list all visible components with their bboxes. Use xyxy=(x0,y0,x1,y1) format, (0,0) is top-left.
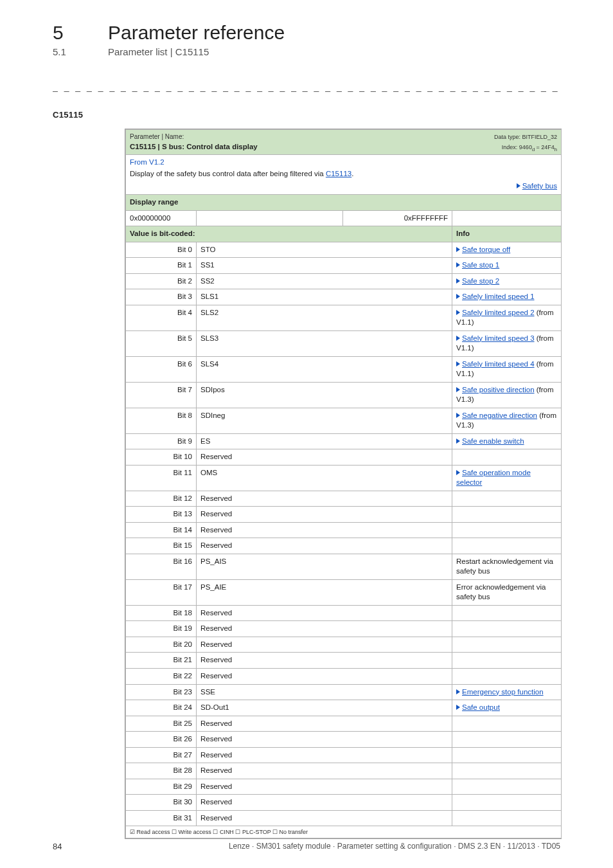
bit-number: Bit 19 xyxy=(126,621,197,637)
bit-info-link[interactable]: Safely limited speed 2 xyxy=(462,309,535,316)
bit-info-link[interactable]: Safe output xyxy=(462,703,500,711)
bit-code: ES xyxy=(197,433,452,449)
bit-code: SS1 xyxy=(197,258,452,274)
bit-code: STO xyxy=(197,242,452,258)
safety-bus-link[interactable]: Safety bus xyxy=(522,182,557,190)
bit-code: Reserved xyxy=(197,522,452,538)
bit-number: Bit 24 xyxy=(126,700,197,716)
bit-code: SS2 xyxy=(197,273,452,289)
bit-code: Reserved xyxy=(197,507,452,523)
bit-info xyxy=(452,621,562,637)
bit-info-link[interactable]: Safely limited speed 4 xyxy=(462,360,535,368)
display-range-min: 0x00000000 xyxy=(126,210,197,226)
triangle-icon xyxy=(456,262,460,267)
bit-info-link[interactable]: Emergency stop function xyxy=(462,688,544,696)
bit-number: Bit 15 xyxy=(126,538,197,554)
bit-info-link[interactable]: Safe operation mode selector xyxy=(456,469,531,487)
bit-info-link[interactable]: Safe stop 2 xyxy=(462,277,499,285)
access-line: ☑ Read access ☐ Write access ☐ CINH ☐ PL… xyxy=(126,826,562,838)
bit-info xyxy=(452,795,562,811)
bit-number: Bit 0 xyxy=(126,242,197,258)
bit-number: Bit 23 xyxy=(126,684,197,700)
bit-info: Safely limited speed 1 xyxy=(452,289,562,305)
bit-number: Bit 29 xyxy=(126,779,197,795)
bit-code: SDIneg xyxy=(197,408,452,433)
bit-info-link[interactable]: Safe stop 1 xyxy=(462,261,499,269)
bit-code: SD-Out1 xyxy=(197,700,452,716)
parameter-id-heading: C15115 xyxy=(53,110,560,120)
bit-number: Bit 28 xyxy=(126,763,197,779)
bit-info xyxy=(452,716,562,732)
bit-info: Safe output xyxy=(452,700,562,716)
bit-code: OMS xyxy=(197,465,452,491)
bit-info: Safely limited speed 4 (from V1.1) xyxy=(452,356,562,382)
description-text: Display of the safety bus control data a… xyxy=(130,169,557,179)
page-number: 84 xyxy=(53,842,62,851)
bit-info xyxy=(452,732,562,748)
bit-number: Bit 30 xyxy=(126,795,197,811)
bit-info: Error acknowledgement via safety bus xyxy=(452,579,562,605)
bit-info-link[interactable]: Safely limited speed 3 xyxy=(462,334,535,342)
bit-coded-label: Value is bit-coded: xyxy=(126,226,452,242)
bit-code: Reserved xyxy=(197,716,452,732)
bit-code: Reserved xyxy=(197,449,452,466)
triangle-icon xyxy=(456,705,460,710)
bit-code: Reserved xyxy=(197,605,452,621)
bit-code: Reserved xyxy=(197,795,452,811)
param-label: Parameter | Name: xyxy=(130,133,184,140)
subsection-number: 5.1 xyxy=(53,46,108,57)
bit-code: Reserved xyxy=(197,732,452,748)
footer-text: Lenze · SM301 safety module · Parameter … xyxy=(229,842,560,851)
bit-info-link[interactable]: Safe negative direction xyxy=(462,411,537,419)
bit-code: Reserved xyxy=(197,653,452,669)
bit-info-link[interactable]: Safely limited speed 1 xyxy=(462,293,535,300)
separator-line: _ _ _ _ _ _ _ _ _ _ _ _ _ _ _ _ _ _ _ _ … xyxy=(53,82,560,92)
bit-info: Safe stop 1 xyxy=(452,258,562,274)
bit-code: Reserved xyxy=(197,637,452,653)
bit-info-link[interactable]: Safe positive direction xyxy=(462,386,535,393)
triangle-icon xyxy=(456,689,460,694)
bit-info: Safe operation mode selector xyxy=(452,465,562,491)
triangle-icon xyxy=(456,387,460,392)
bit-number: Bit 6 xyxy=(126,356,197,382)
bit-number: Bit 26 xyxy=(126,732,197,748)
bit-info: Safe enable switch xyxy=(452,433,562,449)
bit-code: SDIpos xyxy=(197,382,452,408)
section-number: 5 xyxy=(53,23,108,42)
bit-number: Bit 12 xyxy=(126,491,197,507)
bit-info: Safely limited speed 2 (from V1.1) xyxy=(452,305,562,330)
bit-code: Reserved xyxy=(197,779,452,795)
bit-info xyxy=(452,538,562,554)
bit-info-link[interactable]: Safe torque off xyxy=(462,246,510,253)
bit-info xyxy=(452,522,562,538)
bit-info xyxy=(452,507,562,523)
data-type-line2: Index: 9460d = 24F4h xyxy=(502,144,557,150)
bit-info xyxy=(452,779,562,795)
bit-code: Reserved xyxy=(197,669,452,685)
bit-number: Bit 14 xyxy=(126,522,197,538)
triangle-icon xyxy=(456,310,460,315)
bit-number: Bit 2 xyxy=(126,273,197,289)
data-type-line1: Data type: BITFIELD_32 xyxy=(494,134,557,140)
bit-number: Bit 7 xyxy=(126,382,197,408)
bit-code: SLS3 xyxy=(197,330,452,356)
bit-number: Bit 16 xyxy=(126,554,197,579)
bit-number: Bit 22 xyxy=(126,669,197,685)
bit-number: Bit 10 xyxy=(126,449,197,466)
bit-info: Safe positive direction (from V1.3) xyxy=(452,382,562,408)
desc-link[interactable]: C15113 xyxy=(326,170,351,177)
triangle-icon xyxy=(456,336,460,341)
display-range-label: Display range xyxy=(126,194,452,210)
bit-info-link[interactable]: Safe enable switch xyxy=(462,437,524,445)
bit-code: Reserved xyxy=(197,621,452,637)
bit-number: Bit 4 xyxy=(126,305,197,330)
bit-number: Bit 27 xyxy=(126,747,197,763)
triangle-icon xyxy=(456,247,460,252)
bit-number: Bit 3 xyxy=(126,289,197,305)
bit-info xyxy=(452,810,562,826)
bit-code: Reserved xyxy=(197,491,452,507)
bit-code: SLS4 xyxy=(197,356,452,382)
bit-code: SLS2 xyxy=(197,305,452,330)
bit-number: Bit 11 xyxy=(126,465,197,491)
bit-number: Bit 13 xyxy=(126,507,197,523)
